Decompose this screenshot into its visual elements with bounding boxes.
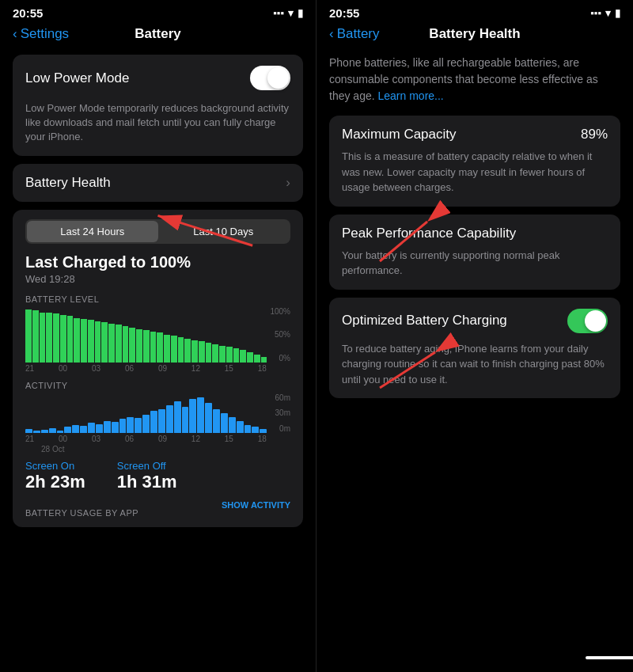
optimized-toggle[interactable] (567, 309, 608, 333)
battery-level-chart-container: 100% 50% 0% (25, 307, 290, 363)
back-button-right[interactable]: ‹ Battery (329, 26, 380, 42)
activity-bar (135, 418, 142, 433)
activity-bar (174, 401, 181, 433)
battery-bar (81, 319, 87, 363)
time-left: 20:55 (13, 6, 43, 20)
signal-icon: ▪▪▪ (273, 7, 284, 19)
home-bar (586, 656, 633, 659)
date-label: 28 Oct (25, 445, 290, 454)
activity-bar (166, 405, 173, 433)
time-right: 20:55 (329, 6, 359, 20)
peak-performance-label: Peak Performance Capability (342, 226, 608, 241)
battery-bar (46, 313, 52, 363)
status-bar-left: 20:55 ▪▪▪ ▾ ▮ (0, 0, 316, 23)
screen-on-label: Screen On (25, 460, 85, 472)
optimized-toggle-row: Optimized Battery Charging (342, 309, 608, 333)
optimized-desc: To reduce battery aging, iPhone learns f… (342, 341, 608, 388)
activity-label: ACTIVITY (25, 381, 290, 390)
screen-off-section: Screen Off 1h 31m (117, 460, 177, 492)
activity-bar (104, 421, 111, 433)
activity-bar (260, 429, 267, 433)
right-screen: 20:55 ▪▪▪ ▾ ▮ ‹ Battery Battery Health P… (316, 0, 633, 672)
tab-10d[interactable]: Last 10 Days (158, 221, 290, 242)
low-power-card: Low Power Mode Low Power Mode temporaril… (13, 55, 303, 156)
status-icons-left: ▪▪▪ ▾ ▮ (273, 7, 303, 19)
battery-bar (191, 340, 198, 363)
nav-bar-right: ‹ Battery Battery Health (316, 23, 633, 48)
activity-bar (205, 403, 212, 433)
activity-bar (142, 415, 150, 433)
activity-bar (237, 421, 244, 433)
activity-bar (112, 422, 119, 433)
page-title-left: Battery (135, 26, 181, 42)
activity-bar (127, 417, 134, 433)
screen-off-label: Screen Off (117, 460, 177, 472)
low-power-label: Low Power Mode (25, 70, 129, 86)
activity-bar (64, 427, 71, 433)
battery-health-row[interactable]: Battery Health › (13, 164, 303, 202)
battery-bar (164, 335, 170, 363)
level-0: 0% (270, 354, 290, 363)
right-content: Phone batteries, like all rechargeable b… (316, 48, 633, 412)
battery-level-label: BATTERY LEVEL (25, 294, 290, 304)
tab-selector[interactable]: Last 24 Hours Last 10 Days (25, 219, 290, 244)
activity-bar (213, 409, 220, 433)
activity-bar (57, 431, 64, 433)
status-bar-right: 20:55 ▪▪▪ ▾ ▮ (316, 0, 633, 23)
activity-bar (252, 427, 259, 433)
battery-bar (157, 332, 163, 362)
wifi-icon-r: ▾ (605, 7, 611, 19)
activity-bar (221, 413, 228, 433)
charged-label: Last Charged to 100% (25, 253, 290, 271)
peak-performance-card: Peak Performance Capability Your battery… (329, 215, 620, 290)
battery-bar (60, 315, 66, 363)
activity-bar (189, 399, 196, 433)
activity-bar (158, 409, 165, 433)
battery-bar (116, 325, 122, 363)
battery-bar (184, 339, 191, 362)
page-title-right: Battery Health (429, 26, 520, 42)
low-power-toggle[interactable] (250, 66, 290, 90)
max-capacity-header: Maximum Capacity 89% (342, 127, 608, 142)
battery-bar (233, 348, 240, 363)
battery-bar (129, 328, 135, 362)
battery-bar (150, 332, 157, 363)
wifi-icon: ▾ (288, 7, 294, 19)
battery-bar (101, 322, 108, 362)
max-capacity-desc: This is a measure of battery capacity re… (342, 149, 608, 196)
max-capacity-value: 89% (581, 127, 608, 142)
low-power-desc: Low Power Mode temporarily reduces backg… (13, 101, 303, 156)
tab-24h[interactable]: Last 24 Hours (27, 221, 158, 242)
show-activity-button[interactable]: SHOW ACTIVITY (222, 500, 290, 518)
peak-performance-desc: Your battery is currently supporting nor… (342, 248, 608, 279)
battery-health-label: Battery Health (25, 175, 111, 191)
activity-chart (25, 393, 290, 433)
activity-bar (229, 417, 236, 433)
learn-more-link[interactable]: Learn more... (378, 89, 444, 102)
activity-bar (197, 397, 204, 433)
activity-bar (96, 424, 103, 433)
optimized-label: Optimized Battery Charging (342, 313, 507, 328)
back-label-right: Battery (337, 26, 380, 42)
battery-bar (40, 313, 46, 363)
battery-bar (136, 329, 142, 363)
battery-bar (247, 352, 253, 363)
back-button-left[interactable]: ‹ Settings (13, 26, 69, 42)
battery-icon: ▮ (298, 7, 303, 19)
battery-bar (25, 309, 32, 363)
battery-bar (254, 355, 260, 363)
battery-usage-label: BATTERY USAGE BY APP (25, 508, 138, 518)
level-100: 100% (270, 307, 290, 316)
battery-bar (199, 341, 205, 363)
bottom-row: BATTERY USAGE BY APP SHOW ACTIVITY (25, 500, 290, 518)
battery-chart (25, 307, 290, 363)
activity-bar (25, 429, 32, 433)
activity-bar (49, 428, 56, 433)
intro-text: Phone batteries, like all rechargeable b… (329, 55, 620, 104)
battery-bar (226, 347, 233, 363)
activity-chart-container: 60m 30m 0m (25, 393, 290, 433)
activity-right-labels: 60m 30m 0m (275, 393, 290, 433)
battery-bar (88, 320, 94, 362)
toggle-knob-optimized (585, 310, 606, 332)
battery-bar (53, 313, 59, 363)
